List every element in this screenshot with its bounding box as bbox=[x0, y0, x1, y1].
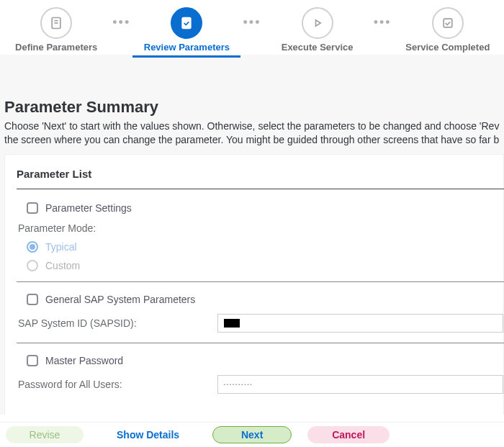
page-description-line: the screen where you can change the para… bbox=[4, 134, 499, 145]
checkbox-label: Master Password bbox=[45, 355, 123, 366]
page-description: Choose 'Next' to start with the values s… bbox=[4, 119, 504, 147]
sapsid-label: SAP System ID (SAPSID): bbox=[17, 317, 217, 329]
cancel-button[interactable]: Cancel bbox=[307, 426, 390, 443]
password-all-users-label: Password for All Users: bbox=[17, 379, 217, 390]
svg-rect-3 bbox=[183, 18, 192, 29]
page-description-line: Choose 'Next' to start with the values s… bbox=[4, 120, 499, 132]
checkbox-icon bbox=[27, 202, 38, 214]
step-execute-service[interactable]: Execute Service bbox=[261, 7, 373, 53]
step-label: Define Parameters bbox=[15, 42, 97, 53]
password-all-users-input[interactable]: •••••••••• bbox=[217, 375, 503, 394]
revise-button[interactable]: Revise bbox=[6, 426, 84, 443]
step-label: Review Parameters bbox=[144, 42, 230, 53]
checkbox-parameter-settings[interactable]: Parameter Settings bbox=[27, 202, 503, 214]
step-service-completed[interactable]: Service Completed bbox=[392, 7, 504, 53]
step-define-parameters[interactable]: Define Parameters bbox=[0, 7, 112, 53]
radio-custom[interactable]: Custom bbox=[27, 260, 503, 271]
step-label: Service Completed bbox=[405, 42, 490, 53]
active-step-underline bbox=[132, 55, 240, 58]
footer-toolbar: Revise Show Details Next Cancel bbox=[0, 422, 504, 447]
checkbox-icon bbox=[27, 355, 38, 366]
checkbox-sap-system-parameters[interactable]: General SAP System Parameters bbox=[27, 294, 503, 305]
wizard-stepper: Define Parameters ••• Review Parameters … bbox=[0, 0, 504, 55]
step-separator-icon: ••• bbox=[374, 15, 392, 30]
step-separator-icon: ••• bbox=[243, 15, 261, 30]
sapsid-input[interactable] bbox=[217, 314, 503, 333]
radio-typical[interactable]: Typical bbox=[27, 241, 503, 253]
step-separator-icon: ••• bbox=[112, 15, 130, 30]
main-content: Parameter Summary Choose 'Next' to start… bbox=[0, 55, 504, 415]
page-title: Parameter Summary bbox=[4, 98, 504, 117]
panel-title: Parameter List bbox=[17, 168, 503, 180]
show-details-button[interactable]: Show Details bbox=[108, 426, 188, 443]
password-mask: •••••••••• bbox=[224, 382, 253, 387]
divider bbox=[17, 189, 504, 189]
radio-label: Typical bbox=[45, 241, 77, 253]
radio-label: Custom bbox=[45, 260, 80, 271]
step-label: Execute Service bbox=[282, 42, 354, 53]
document-plus-icon bbox=[40, 7, 72, 39]
next-button[interactable]: Next bbox=[212, 426, 292, 443]
checkbox-label: Parameter Settings bbox=[45, 202, 132, 214]
divider bbox=[17, 281, 504, 282]
redacted-value-icon bbox=[224, 319, 240, 328]
parameter-mode-radio-group: Typical Custom bbox=[27, 241, 503, 271]
radio-icon bbox=[27, 260, 38, 271]
play-icon bbox=[302, 7, 333, 39]
step-review-parameters[interactable]: Review Parameters bbox=[130, 7, 243, 58]
svg-rect-5 bbox=[444, 19, 452, 27]
clipboard-check-icon bbox=[171, 7, 202, 39]
divider bbox=[17, 343, 504, 343]
svg-marker-4 bbox=[315, 20, 320, 26]
check-square-icon bbox=[432, 7, 464, 39]
parameter-mode-label: Parameter Mode: bbox=[18, 222, 503, 234]
checkbox-label: General SAP System Parameters bbox=[45, 294, 195, 305]
radio-icon bbox=[27, 241, 38, 253]
checkbox-icon bbox=[27, 294, 38, 305]
parameter-list-panel: Parameter List Parameter Settings Parame… bbox=[4, 154, 504, 415]
checkbox-master-password[interactable]: Master Password bbox=[27, 355, 503, 366]
